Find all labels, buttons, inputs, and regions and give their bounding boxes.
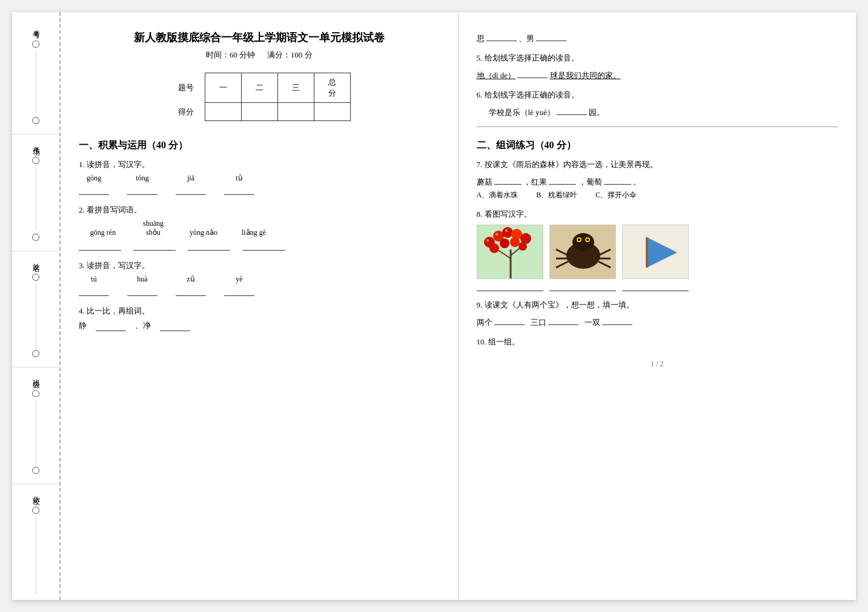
q1-answer-3[interactable] [224, 184, 254, 195]
score-cell-total [314, 103, 351, 121]
q1-item-3: tǔ [224, 174, 254, 195]
svg-point-13 [486, 239, 489, 242]
score-table: 题号 一 二 三 总分 得分 [167, 73, 351, 121]
q2-py-1: shuāng shǒu [129, 219, 177, 237]
q3-answer-0[interactable] [79, 285, 109, 296]
section1-title: 一、积累与运用（40 分） [79, 139, 440, 152]
q4-title: 4. 比一比，再组词。 [79, 306, 440, 317]
svg-point-15 [505, 229, 508, 232]
circle3 [32, 157, 39, 164]
q8-image-berries [477, 225, 543, 279]
q3-pinyin-0: tú [91, 275, 96, 284]
svg-point-6 [502, 227, 513, 238]
left-panel: 新人教版摸底综合一年级上学期语文一单元模拟试卷 时间：60 分钟 满分：100 … [61, 12, 459, 600]
q2-answer-0[interactable] [79, 240, 121, 251]
q3-answer-1[interactable] [127, 285, 157, 296]
q8-label-2[interactable] [622, 281, 689, 291]
q4-si-blank[interactable] [486, 30, 517, 41]
q1-answer-1[interactable] [127, 184, 157, 195]
circle2 [32, 117, 39, 124]
q2-answer-1[interactable] [133, 240, 176, 251]
q7-content: 蘑菇 ，红果 ，葡萄 。 [477, 174, 838, 188]
q8-images-row [477, 225, 838, 291]
q2-py-2: yòng nǎo [179, 228, 228, 237]
q7-hongguo: ，红果 [523, 177, 547, 186]
q6-text1: 学校是乐（lè yuè） [489, 108, 555, 117]
q1-pinyin-row: gòng tóng jiā tǔ [79, 174, 440, 195]
circle5 [32, 274, 39, 281]
q4-row: 静 、净 [79, 320, 440, 331]
q9-blank-0[interactable] [494, 314, 525, 325]
score-cell-3 [278, 103, 314, 121]
q4-char-jing: 静 [79, 320, 87, 331]
q4-answer-jing2[interactable] [160, 320, 190, 331]
q5-blank[interactable] [517, 67, 548, 78]
kaohao-label: 考号： [31, 24, 41, 37]
q1-item-2: jiā [176, 174, 206, 195]
q7-option-c: C、撑开小伞 [595, 190, 637, 200]
q3-item-1: huà [127, 275, 157, 296]
q2: 2. 看拼音写词语。 gōng rén shuāng shǒu yòng nǎo… [79, 205, 440, 251]
q7-blank-putao[interactable] [604, 174, 631, 185]
q9-yishuang: 一双 [580, 318, 600, 327]
q4-nan-blank[interactable] [536, 30, 566, 41]
table-header-one: 一 [205, 73, 242, 103]
q3-answer-3[interactable] [224, 285, 254, 296]
svg-point-12 [518, 242, 527, 251]
q6: 6. 给划线字选择正确的读音。 学校是乐（lè yuè） 园。 [477, 90, 838, 118]
q6-blank[interactable] [557, 104, 587, 115]
q1-answer-0[interactable] [79, 184, 109, 195]
berries-svg [477, 225, 543, 279]
q2-answer-3[interactable] [242, 240, 285, 251]
q8-image-object [622, 225, 689, 279]
q1-pinyin-0: gòng [87, 174, 101, 183]
q8-label-0[interactable] [477, 281, 543, 291]
q6-content: 学校是乐（lè yuè） 园。 [477, 104, 838, 118]
q6-text2: 园。 [589, 108, 605, 117]
q4-si: 思 [477, 34, 485, 43]
q7-option-a: A、滴着水珠 [477, 190, 518, 200]
q3: 3. 读拼音，写汉字。 tú huà zǔ [79, 260, 440, 296]
q8-title: 8. 看图写汉字。 [477, 209, 838, 220]
table-header-tihao: 题号 [167, 73, 205, 103]
dotted-v5 [36, 518, 36, 594]
dotted-v1 [36, 51, 36, 113]
svg-point-14 [495, 233, 498, 235]
q3-pinyin-row: tú huà zǔ yè [79, 275, 440, 296]
q10: 10. 组一组。 [477, 337, 838, 347]
exam-title: 新人教版摸底综合一年级上学期语文一单元模拟试卷 [79, 30, 440, 45]
q9-blank-1[interactable] [548, 314, 578, 325]
svg-point-9 [489, 243, 499, 253]
circle4 [32, 234, 39, 241]
q7-mogu: 蘑菇 [477, 177, 492, 186]
q1-pinyin-2: jiā [187, 174, 194, 183]
q4: 4. 比一比，再组词。 静 、净 [79, 306, 440, 331]
q6-title: 6. 给划线字选择正确的读音。 [477, 90, 838, 100]
q9-blank-2[interactable] [602, 314, 632, 325]
table-header-total: 总分 [314, 73, 351, 103]
q7-blank-mogu[interactable] [494, 174, 522, 185]
page-number: 1 / 2 [477, 360, 838, 369]
q8-label-1[interactable] [549, 281, 616, 291]
q3-answer-2[interactable] [176, 285, 206, 296]
svg-point-10 [500, 239, 509, 248]
q5-text2: 球是我们共同的家。 [550, 71, 621, 80]
xingming-label: 姓名： [31, 257, 41, 270]
q8: 8. 看图写汉字。 [477, 209, 838, 291]
q3-pinyin-3: yè [236, 275, 242, 284]
q3-item-3: yè [224, 275, 254, 296]
q2-answer-row [79, 240, 440, 251]
q1: 1. 读拼音，写汉字。 gòng tóng jiā [79, 159, 440, 195]
q2-answer-2[interactable] [188, 240, 230, 251]
q5: 5. 给划线字选择正确的读音。 地（dì de） 球是我们共同的家。 [477, 53, 838, 81]
score-cell-2 [242, 103, 278, 121]
q3-item-2: zǔ [176, 275, 206, 296]
q10-title: 10. 组一组。 [477, 337, 838, 347]
q7-option-b: B、枕着绿叶 [536, 190, 577, 200]
q7-blank-hongguo[interactable] [549, 174, 576, 185]
exam-info: 时间：60 分钟 满分：100 分 [79, 50, 440, 61]
q7-putao: ，葡萄 [578, 177, 602, 186]
q3-pinyin-2: zǔ [187, 275, 194, 284]
q4-answer-jing[interactable] [96, 320, 126, 331]
q1-answer-2[interactable] [176, 184, 206, 195]
